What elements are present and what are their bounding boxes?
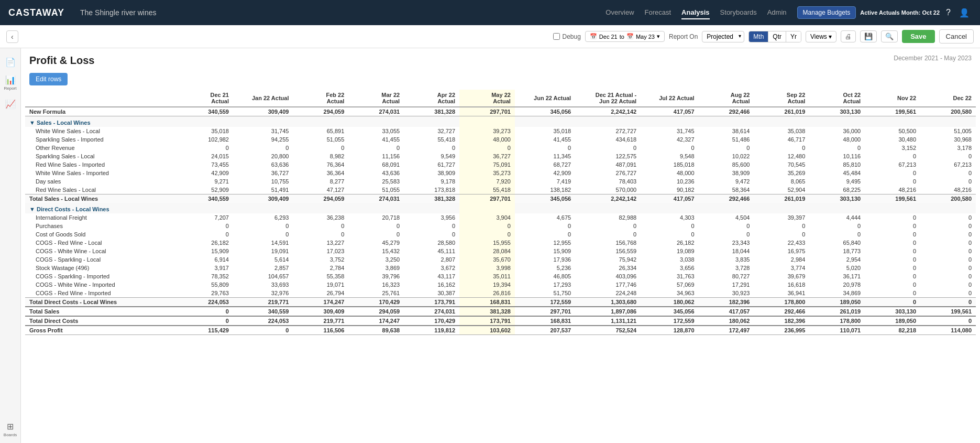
cell-value: 0 — [754, 144, 809, 152]
yr-button[interactable]: Yr — [786, 31, 801, 42]
sidebar-icons: 📄 📊 Report 📈 ⊞ Boards — [0, 48, 21, 443]
cell-value: 20,718 — [348, 213, 404, 222]
cell-value: 46,717 — [754, 135, 809, 144]
cell-value: 4,504 — [699, 213, 754, 222]
sidebar-item-document[interactable]: 📄 — [1, 52, 20, 71]
cancel-button[interactable]: Cancel — [939, 29, 974, 44]
cell-value: 45,484 — [809, 169, 865, 177]
cell-value: 6,914 — [178, 255, 233, 264]
cell-value: 0 — [920, 289, 976, 298]
cell-value: 43,117 — [404, 272, 459, 280]
nav-analysis[interactable]: Analysis — [681, 6, 709, 19]
col-header-may22: May 22Actual — [459, 90, 515, 107]
cell-value: 185,018 — [641, 160, 698, 169]
cell-value: 34,963 — [641, 289, 698, 298]
table-wrapper: Dec 21Actual Jan 22 Actual Feb 22Actual … — [21, 90, 980, 335]
cell-value: 0 — [809, 144, 865, 152]
manage-budgets-button[interactable]: Manage Budgets — [797, 6, 856, 19]
qtr-button[interactable]: Qtr — [768, 31, 786, 42]
cell-value: 89,638 — [348, 326, 404, 335]
cell-value: 3,917 — [178, 264, 233, 272]
cell-value: 94,255 — [233, 135, 293, 144]
cell-value: 0 — [233, 326, 293, 335]
cell-value — [515, 116, 575, 127]
toolbar: ‹ Debug 📅 Dec 21 to 📅 May 23 ▾ Report On… — [0, 25, 980, 48]
cell-value: 7,207 — [178, 213, 233, 222]
cell-value: 67,213 — [920, 160, 976, 169]
print-icon[interactable]: 🖨 — [841, 30, 856, 42]
cell-value: 7,920 — [459, 177, 515, 186]
cell-value: 68,225 — [809, 186, 865, 195]
cell-value: 294,059 — [348, 307, 404, 316]
row-label: ▼ Direct Costs - Local Wines — [25, 203, 178, 213]
cell-value: 10,022 — [699, 152, 754, 160]
mth-button[interactable]: Mth — [749, 31, 768, 42]
cell-value: 182,396 — [699, 298, 754, 307]
cell-value: 274,031 — [348, 107, 404, 116]
save-button[interactable]: Save — [902, 30, 934, 43]
nav-storyboards[interactable]: Storyboards — [720, 6, 757, 19]
nav-overview[interactable]: Overview — [605, 6, 634, 19]
date-range-button[interactable]: 📅 Dec 21 to 📅 May 23 ▾ — [585, 31, 665, 42]
cell-value: 261,019 — [754, 107, 809, 116]
cell-value: 2,984 — [754, 255, 809, 264]
projected-select[interactable]: Projected — [702, 31, 744, 42]
cell-value: 2,242,142 — [575, 107, 641, 116]
cell-value: 36,941 — [754, 289, 809, 298]
date-to: May 23 — [636, 34, 655, 40]
sidebar-item-report[interactable]: 📊 Report — [1, 73, 20, 92]
cell-value: 18,773 — [809, 247, 865, 255]
cell-value: 46,805 — [515, 272, 575, 280]
cell-value: 2,807 — [404, 255, 459, 264]
cell-value: 31,763 — [641, 272, 698, 280]
cell-value: 170,429 — [348, 298, 404, 307]
cell-value: 9,472 — [699, 177, 754, 186]
row-label: Purchases — [25, 222, 178, 230]
cell-value: 70,545 — [754, 160, 809, 169]
cell-value: 0 — [575, 144, 641, 152]
cell-value: 29,763 — [178, 289, 233, 298]
nav-admin[interactable]: Admin — [767, 6, 787, 19]
sidebar-item-boards[interactable]: ⊞ Boards — [1, 420, 20, 439]
cell-value: 274,031 — [404, 307, 459, 316]
row-label: COGS - Sparkling - Imported — [25, 272, 178, 280]
row-label: Day sales — [25, 177, 178, 186]
col-header-mar22: Mar 22Actual — [348, 90, 404, 107]
cell-value: 309,409 — [233, 107, 293, 116]
projected-select-wrapper[interactable]: Projected ▾ — [702, 31, 744, 42]
row-label: Red Wine Sales - Local — [25, 186, 178, 195]
user-icon[interactable]: 👤 — [957, 6, 972, 20]
cell-value: 0 — [699, 230, 754, 239]
cell-value: 30,923 — [699, 289, 754, 298]
cell-value: 2,857 — [233, 264, 293, 272]
edit-rows-button[interactable]: Edit rows — [29, 73, 68, 85]
sidebar-item-chart[interactable]: 📈 — [1, 94, 20, 113]
cell-value: 52,904 — [754, 186, 809, 195]
content-area: Profit & Loss December 2021 - May 2023 E… — [21, 48, 980, 443]
debug-checkbox[interactable] — [553, 33, 560, 40]
cell-value: 61,727 — [404, 160, 459, 169]
views-button[interactable]: Views ▾ — [806, 31, 836, 42]
row-label: COGS - Red Wine - Local — [25, 239, 178, 247]
search-icon[interactable]: 🔍 — [881, 30, 898, 42]
col-header-jun22: Jun 22 Actual — [515, 90, 575, 107]
cell-value: 0 — [920, 222, 976, 230]
cell-value: 30,480 — [865, 135, 920, 144]
report-title: Profit & Loss — [29, 55, 94, 67]
cell-value: 42,327 — [641, 135, 698, 144]
save-file-icon[interactable]: 💾 — [860, 30, 877, 42]
cell-value: 303,130 — [865, 307, 920, 316]
cell-value: 3,956 — [404, 213, 459, 222]
cell-value: 0 — [699, 144, 754, 152]
cell-value: 35,273 — [459, 169, 515, 177]
back-button[interactable]: ‹ — [6, 30, 18, 43]
cell-value: 199,561 — [865, 107, 920, 116]
cell-value: 0 — [348, 230, 404, 239]
help-icon[interactable]: ? — [944, 6, 953, 19]
nav-forecast[interactable]: Forecast — [645, 6, 671, 19]
cell-value: 12,480 — [754, 152, 809, 160]
cell-value: 15,909 — [178, 247, 233, 255]
debug-checkbox-group[interactable]: Debug — [553, 33, 580, 40]
table-row: COGS - White Wine - Local15,90919,09117,… — [25, 247, 976, 255]
cell-value: 17,936 — [515, 255, 575, 264]
